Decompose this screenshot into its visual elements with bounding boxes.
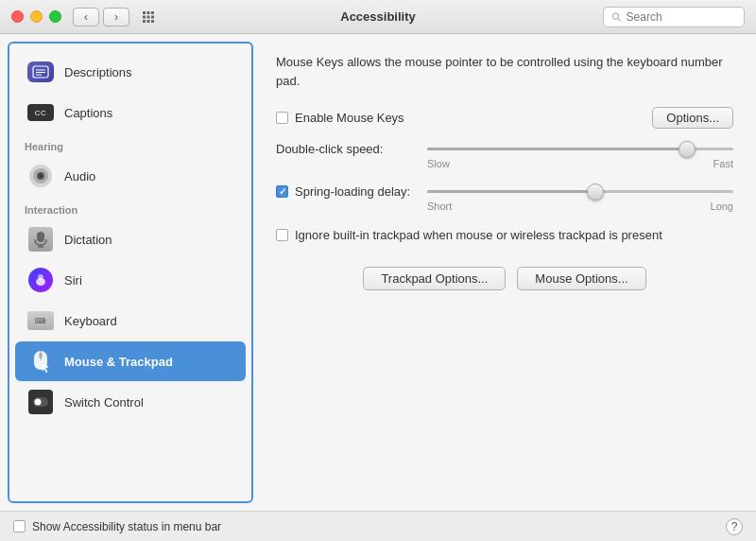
show-status-label[interactable]: Show Accessibility status in menu bar [13,520,221,533]
svg-rect-2 [151,11,154,14]
forward-button[interactable]: › [103,8,129,26]
siri-label: Siri [64,273,82,288]
audio-icon [26,162,55,190]
back-button[interactable]: ‹ [73,8,99,26]
double-click-thumb[interactable] [679,141,696,158]
maximize-button[interactable] [49,10,61,23]
trackpad-options-button[interactable]: Trackpad Options... [363,267,506,290]
bottom-bar: Show Accessibility status in menu bar ? [0,511,756,541]
spring-loading-range: Short Long [427,201,733,212]
ignore-trackpad-text: Ignore built-in trackpad when mouse or w… [295,227,662,244]
keyboard-label: Keyboard [64,314,117,328]
ignore-trackpad-row: Ignore built-in trackpad when mouse or w… [276,227,733,244]
ignore-trackpad-checkbox[interactable] [276,229,288,241]
window-title: Accessibility [340,9,416,24]
spring-loading-slider-container [427,190,733,193]
captions-label: Captions [64,106,112,120]
nav-buttons: ‹ › [73,8,129,26]
svg-point-9 [612,13,618,19]
spring-loading-label[interactable]: Spring-loading delay: [276,184,418,199]
svg-rect-5 [151,15,154,18]
svg-point-26 [39,353,43,358]
descriptions-icon [26,58,55,86]
sidebar-item-descriptions[interactable]: Descriptions [15,52,246,92]
switch-control-label: Switch Control [64,395,144,410]
dictation-label: Dictation [64,233,112,247]
svg-rect-0 [143,11,146,14]
minimize-button[interactable] [30,10,43,23]
spring-loading-short: Short [427,201,452,212]
close-button[interactable] [11,10,24,23]
switch-icon [26,388,55,416]
svg-point-23 [38,274,43,280]
spring-loading-checkbox[interactable] [276,185,288,198]
titlebar: ‹ › Accessibility [0,0,756,34]
options-button[interactable]: Options... [652,107,733,129]
interaction-category: Interaction [9,197,251,218]
captions-icon: CC [26,98,55,127]
double-click-range: Slow Fast [427,158,733,169]
audio-label: Audio [64,169,95,183]
content-description: Mouse Keys allows the mouse pointer to b… [276,53,730,90]
svg-rect-19 [37,232,44,242]
double-click-label: Double-click speed: [276,142,418,156]
search-input[interactable] [627,10,736,24]
sidebar-item-captions[interactable]: CC Captions [15,93,246,132]
sidebar-item-switch-control[interactable]: Switch Control [15,382,246,422]
spring-loading-section: Spring-loading delay: Short Long [276,184,733,212]
spring-loading-long: Long [711,201,733,212]
svg-point-29 [35,399,42,406]
show-status-checkbox[interactable] [13,520,26,532]
double-click-section: Double-click speed: Slow Fast [276,142,733,169]
search-icon [611,11,622,23]
double-click-slider-container [427,148,733,150]
search-box[interactable] [603,7,745,27]
enable-mouse-keys-row: Enable Mouse Keys Options... [276,107,733,129]
mouse-icon [26,347,55,375]
svg-rect-3 [143,15,146,18]
main-window: Descriptions CC Captions Hearing [0,34,756,511]
enable-mouse-keys-label[interactable]: Enable Mouse Keys [276,111,404,125]
double-click-row: Double-click speed: [276,142,733,156]
spring-loading-row: Spring-loading delay: [276,184,733,199]
svg-line-10 [618,18,621,21]
svg-rect-1 [147,11,150,14]
hearing-category: Hearing [9,133,251,155]
dictation-icon [26,225,55,253]
sidebar-item-mouse-trackpad[interactable]: Mouse & Trackpad [15,341,246,381]
sidebar: Descriptions CC Captions Hearing [8,42,253,503]
svg-point-18 [40,175,43,178]
spring-loading-fill [427,190,595,193]
spring-loading-track [427,190,733,193]
sidebar-item-siri[interactable]: Siri [15,260,246,300]
svg-rect-4 [147,15,150,18]
double-click-slow: Slow [427,158,450,169]
enable-mouse-keys-checkbox[interactable] [276,112,288,124]
mouse-options-button[interactable]: Mouse Options... [517,267,645,290]
double-click-fast: Fast [713,158,733,169]
svg-rect-7 [147,20,150,23]
keyboard-icon: ⌨ [26,306,55,335]
content-panel: Mouse Keys allows the mouse pointer to b… [253,34,756,511]
spring-loading-text: Spring-loading delay: [295,184,410,199]
descriptions-label: Descriptions [64,65,132,79]
traffic-lights [11,10,61,23]
spring-loading-thumb[interactable] [587,183,604,201]
svg-rect-8 [151,20,154,23]
mouse-trackpad-label: Mouse & Trackpad [64,355,173,369]
svg-rect-6 [143,20,146,23]
bottom-buttons: Trackpad Options... Mouse Options... [276,267,733,290]
grid-button[interactable] [135,8,162,26]
siri-icon [26,266,55,294]
enable-mouse-keys-text: Enable Mouse Keys [295,111,404,125]
sidebar-item-dictation[interactable]: Dictation [15,219,246,259]
show-status-text: Show Accessibility status in menu bar [32,520,221,533]
sidebar-item-audio[interactable]: Audio [15,156,246,196]
double-click-track [427,148,733,150]
double-click-fill [427,148,687,150]
help-button[interactable]: ? [726,518,743,535]
sidebar-item-keyboard[interactable]: ⌨ Keyboard [15,301,246,340]
